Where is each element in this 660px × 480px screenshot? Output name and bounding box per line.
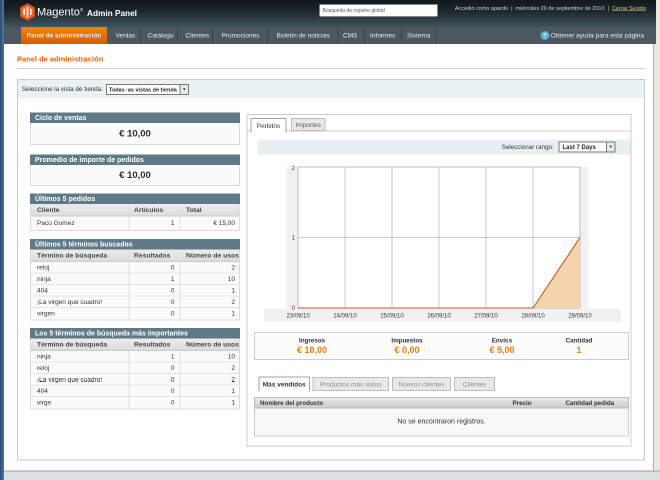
svg-text:28/09/10: 28/09/10 xyxy=(521,313,545,319)
svg-text:23/09/10: 23/09/10 xyxy=(286,313,310,319)
svg-text:29/09/10: 29/09/10 xyxy=(568,313,592,319)
svg-text:27/09/10: 27/09/10 xyxy=(474,313,498,319)
svg-text:25/09/10: 25/09/10 xyxy=(380,313,404,319)
svg-text:24/09/10: 24/09/10 xyxy=(333,313,357,319)
svg-text:26/09/10: 26/09/10 xyxy=(427,313,451,319)
